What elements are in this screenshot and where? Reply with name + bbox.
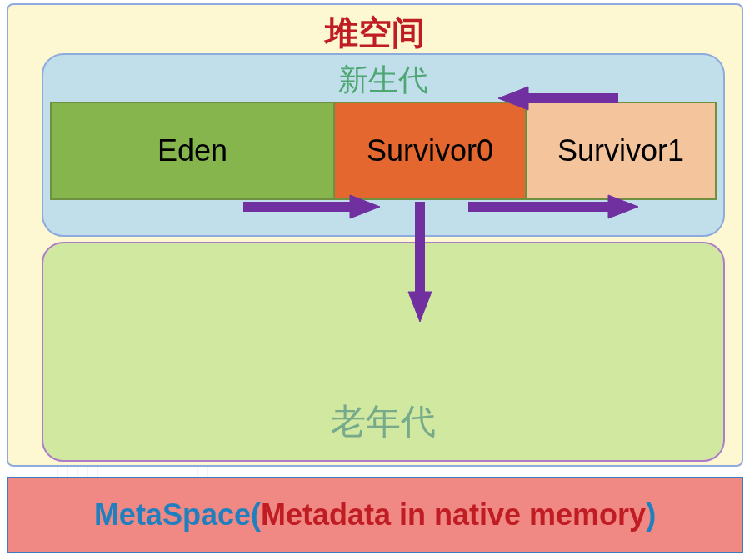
eden-region: Eden (52, 103, 335, 198)
svg-marker-3 (608, 195, 638, 218)
metaspace-body: Metadata in native memory (261, 498, 646, 532)
svg-marker-1 (350, 195, 380, 218)
metaspace-prefix: MetaSpace (94, 498, 251, 532)
svg-marker-7 (408, 292, 432, 322)
arrow-young-to-old (405, 197, 435, 322)
old-gen-title: 老年代 (331, 398, 436, 445)
metaspace-paren-close: ) (646, 498, 656, 532)
survivor1-region: Survivor1 (527, 103, 715, 198)
arrow-s0-to-s1 (463, 192, 638, 222)
arrow-eden-to-s0 (238, 192, 380, 222)
arrow-s1-to-s0 (498, 83, 623, 113)
metaspace-paren-open: ( (251, 498, 261, 532)
grid-background-hint (7, 467, 743, 477)
svg-marker-5 (498, 87, 528, 110)
old-gen-box: 老年代 (42, 242, 725, 462)
young-regions-row: Eden Survivor0 Survivor1 (50, 102, 717, 200)
survivor0-region: Survivor0 (335, 103, 527, 198)
metaspace-box: MetaSpace ( Metadata in native memory ) (7, 477, 743, 553)
heap-space-box: 堆空间 新生代 Eden Survivor0 Survivor1 老年代 (7, 3, 743, 467)
diagram-canvas: 堆空间 新生代 Eden Survivor0 Survivor1 老年代 Met… (0, 0, 750, 560)
heap-title: 堆空间 (8, 10, 742, 56)
